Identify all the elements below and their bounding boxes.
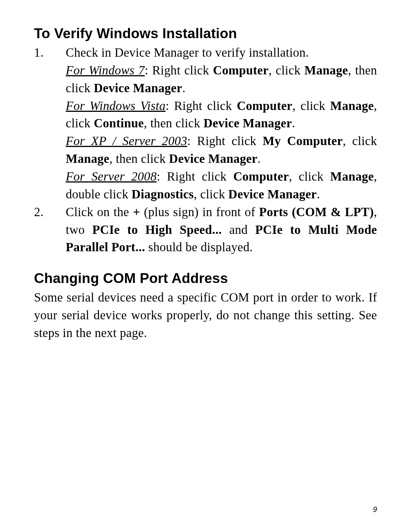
step-1-intro: Check in Device Manager to verify instal… <box>66 44 377 62</box>
os-label-server2008: For Server 2008 <box>66 170 157 183</box>
changing-com-intro: Some serial devices need a specific COM … <box>34 289 377 342</box>
step-2-content: Click on the + (plus sign) in front of P… <box>66 203 377 257</box>
steps-list: Check in Device Manager to verify instal… <box>34 44 377 256</box>
os-label-win7: For Windows 7 <box>66 63 145 77</box>
step-1-win7: For Windows 7: Right click Computer, cli… <box>66 62 377 97</box>
section-changing-com: Changing COM Port Address Some serial de… <box>34 271 377 342</box>
document-page: To Verify Windows Installation Check in … <box>0 0 408 357</box>
heading-verify-install: To Verify Windows Installation <box>34 26 377 42</box>
step-2: Click on the + (plus sign) in front of P… <box>34 203 377 257</box>
step-1-server2008: For Server 2008: Right click Computer, c… <box>66 168 377 203</box>
page-number: 9 <box>373 505 377 514</box>
os-label-xp: For XP / Server 2003 <box>66 134 187 148</box>
step-2-text: Click on the + (plus sign) in front of P… <box>66 203 377 257</box>
step-1: Check in Device Manager to verify instal… <box>34 44 377 203</box>
step-1-content: Check in Device Manager to verify instal… <box>66 44 377 203</box>
step-1-vista: For Windows Vista: Right click Computer,… <box>66 97 377 133</box>
os-label-vista: For Windows Vista <box>66 99 165 113</box>
step-1-xp: For XP / Server 2003: Right click My Com… <box>66 132 377 168</box>
heading-changing-com: Changing COM Port Address <box>34 271 377 286</box>
